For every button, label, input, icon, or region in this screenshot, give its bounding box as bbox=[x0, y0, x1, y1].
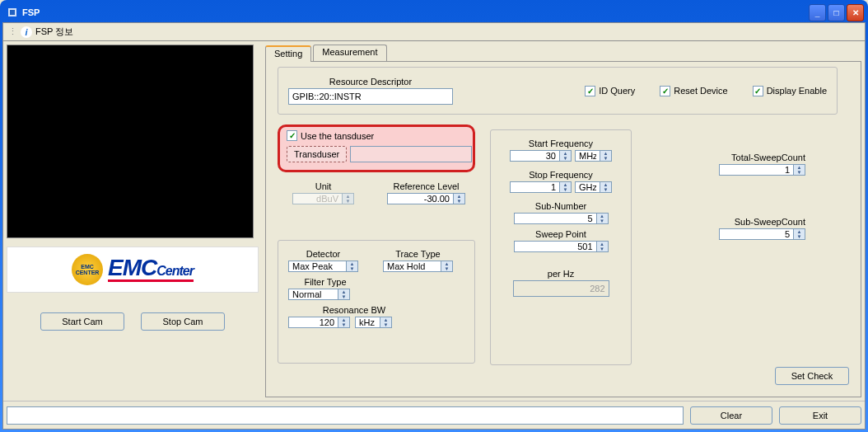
filter-spinner[interactable]: ▲▼ bbox=[288, 289, 362, 300]
sweep-point-spinner[interactable]: ▲▼ bbox=[514, 241, 609, 252]
resource-label: Resource Descriptor bbox=[288, 77, 453, 87]
use-transducer-checkbox[interactable]: ✓ Use the tansduser bbox=[287, 130, 374, 141]
sub-number-label: Sub-Number bbox=[535, 201, 586, 211]
resource-groupbox: Resource Descriptor ✓ ID Query ✓ Reset D… bbox=[278, 67, 838, 115]
main-area: EMC CENTER EMCCenter Start Cam Stop Cam … bbox=[2, 40, 866, 430]
spin-down-icon[interactable]: ▼ bbox=[560, 187, 571, 192]
start-freq-unit[interactable]: ▲▼ bbox=[575, 150, 612, 162]
rbw-label: Resonance BW bbox=[288, 305, 420, 315]
window-title: FSP bbox=[22, 7, 40, 17]
spin-down-icon[interactable]: ▼ bbox=[597, 247, 608, 251]
spin-down-icon[interactable]: ▼ bbox=[441, 266, 452, 271]
rbw-unit-spinner[interactable]: ▲▼ bbox=[355, 317, 392, 328]
exit-button[interactable]: Exit bbox=[779, 406, 861, 425]
tab-measurement[interactable]: Measurement bbox=[313, 45, 386, 61]
sweep-point-label: Sweep Point bbox=[535, 229, 586, 239]
total-sweep-spinner[interactable]: ▲▼ bbox=[719, 164, 805, 176]
sub-number-spinner[interactable]: ▲▼ bbox=[514, 213, 609, 224]
per-hz-input bbox=[513, 280, 609, 297]
app-icon bbox=[6, 6, 19, 19]
logo-text: EMCCenter bbox=[108, 257, 194, 282]
tab-setting[interactable]: Setting bbox=[265, 45, 311, 62]
stop-freq-unit[interactable]: ▲▼ bbox=[575, 181, 612, 193]
bottom-bar: Clear Exit bbox=[3, 401, 865, 429]
transducer-value-input[interactable] bbox=[350, 146, 472, 162]
spin-down-icon[interactable]: ▼ bbox=[794, 234, 805, 239]
maximize-button[interactable]: □ bbox=[828, 4, 845, 21]
detector-label: Detector bbox=[288, 249, 358, 259]
spin-down-icon[interactable]: ▼ bbox=[347, 266, 357, 271]
total-sweep-label: Total-SweepCount bbox=[731, 153, 805, 162]
spin-down-icon[interactable]: ▼ bbox=[380, 322, 391, 327]
trace-spinner[interactable]: ▲▼ bbox=[383, 261, 453, 272]
unit-label: Unit bbox=[292, 181, 354, 191]
spin-down-icon[interactable]: ▼ bbox=[338, 294, 349, 299]
detector-spinner[interactable]: ▲▼ bbox=[288, 261, 358, 272]
sub-sweep-spinner[interactable]: ▲▼ bbox=[719, 228, 805, 240]
tab-strip: Setting Measurement bbox=[265, 45, 861, 61]
right-panel: Setting Measurement Resource Descriptor … bbox=[265, 45, 861, 397]
id-query-checkbox[interactable]: ✓ ID Query bbox=[585, 86, 635, 96]
close-button[interactable]: ✕ bbox=[847, 4, 864, 21]
display-enable-checkbox[interactable]: ✓ Display Enable bbox=[753, 86, 827, 96]
start-freq-label: Start Frequency bbox=[529, 139, 593, 148]
spin-down-icon[interactable]: ▼ bbox=[597, 218, 608, 223]
detector-groupbox: Detector ▲▼ Trace Type ▲▼ bbox=[278, 240, 475, 364]
minimize-button[interactable]: _ bbox=[809, 4, 826, 21]
stop-freq-label: Stop Frequency bbox=[529, 170, 593, 180]
check-icon: ✓ bbox=[287, 130, 297, 141]
reference-spinner[interactable]: ▲▼ bbox=[387, 193, 465, 204]
unit-spinner[interactable]: ▲▼ bbox=[292, 193, 354, 204]
check-icon: ✓ bbox=[753, 86, 763, 96]
transducer-button[interactable]: Transduser bbox=[287, 146, 347, 162]
start-cam-button[interactable]: Start Cam bbox=[40, 312, 124, 331]
stop-cam-button[interactable]: Stop Cam bbox=[141, 312, 225, 331]
left-panel: EMC CENTER EMCCenter Start Cam Stop Cam bbox=[7, 45, 259, 397]
set-check-button[interactable]: Set Check bbox=[775, 367, 849, 385]
tab-panel-setting: Resource Descriptor ✓ ID Query ✓ Reset D… bbox=[265, 61, 861, 397]
per-hz-label: per Hz bbox=[548, 269, 574, 279]
check-icon: ✓ bbox=[585, 86, 595, 96]
stop-freq-spinner[interactable]: ▲▼ bbox=[510, 181, 572, 193]
reference-label: Reference Level bbox=[387, 181, 465, 191]
titlebar[interactable]: FSP _ □ ✕ bbox=[2, 2, 866, 22]
logo-badge-icon: EMC CENTER bbox=[72, 254, 103, 285]
spin-down-icon[interactable]: ▼ bbox=[794, 170, 805, 175]
clear-button[interactable]: Clear bbox=[690, 406, 772, 425]
check-icon: ✓ bbox=[660, 86, 670, 96]
status-input[interactable] bbox=[7, 406, 684, 425]
grip-icon: ⋮ bbox=[8, 26, 17, 37]
start-freq-spinner[interactable]: ▲▼ bbox=[510, 150, 572, 162]
menu-info[interactable]: FSP 정보 bbox=[35, 26, 73, 38]
video-preview bbox=[7, 45, 254, 238]
logo-box: EMC CENTER EMCCenter bbox=[7, 247, 259, 293]
sub-sweep-label: Sub-SweepCount bbox=[735, 217, 805, 227]
resource-input[interactable] bbox=[288, 88, 453, 105]
spin-down-icon[interactable]: ▼ bbox=[343, 199, 353, 204]
filter-label: Filter Type bbox=[288, 277, 362, 287]
app-window: FSP _ □ ✕ ⋮ i FSP 정보 EMC CENTER EMCCente… bbox=[0, 0, 868, 432]
transducer-groupbox: ✓ Use the tansduser Transduser bbox=[278, 124, 475, 172]
info-icon[interactable]: i bbox=[21, 26, 32, 38]
toolbar: ⋮ i FSP 정보 bbox=[2, 22, 866, 40]
reset-device-checkbox[interactable]: ✓ Reset Device bbox=[660, 86, 727, 96]
rbw-spinner[interactable]: ▲▼ bbox=[288, 317, 350, 328]
trace-label: Trace Type bbox=[383, 249, 453, 259]
svg-rect-1 bbox=[10, 10, 15, 15]
spin-down-icon[interactable]: ▼ bbox=[454, 199, 464, 204]
spin-down-icon[interactable]: ▼ bbox=[338, 322, 349, 327]
spin-down-icon[interactable]: ▼ bbox=[600, 187, 611, 192]
spin-down-icon[interactable]: ▼ bbox=[600, 156, 611, 161]
spin-down-icon[interactable]: ▼ bbox=[560, 156, 571, 161]
frequency-groupbox: Start Frequency ▲▼ ▲▼ bbox=[490, 129, 632, 365]
